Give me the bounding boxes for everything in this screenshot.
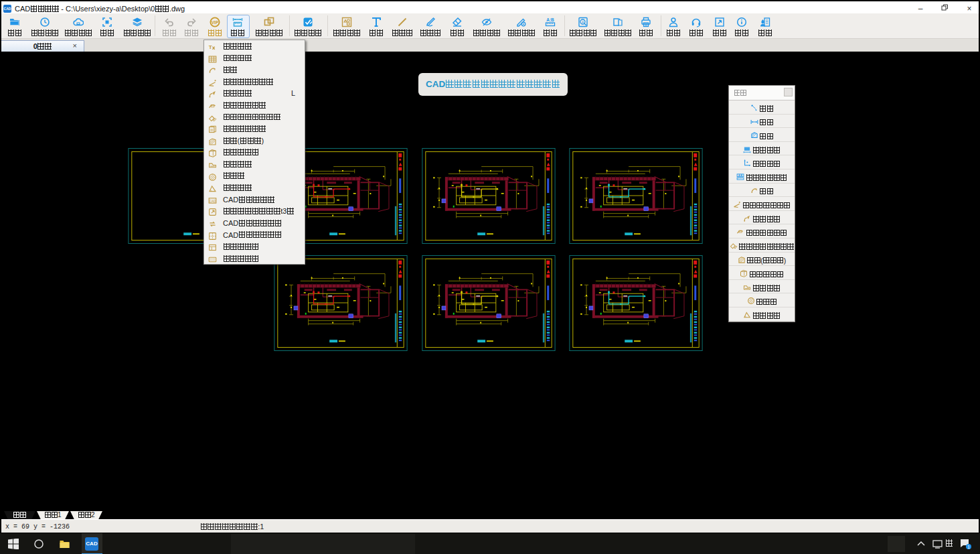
- svg-text:A:B: A:B: [738, 174, 743, 177]
- svg-text:A: A: [582, 20, 584, 24]
- svg-text:VIP: VIP: [212, 20, 219, 25]
- svg-text:A:B: A:B: [546, 17, 554, 22]
- svg-text:T: T: [209, 44, 212, 50]
- svg-text:CAD: CAD: [210, 199, 216, 202]
- svg-text:1: 1: [967, 545, 970, 549]
